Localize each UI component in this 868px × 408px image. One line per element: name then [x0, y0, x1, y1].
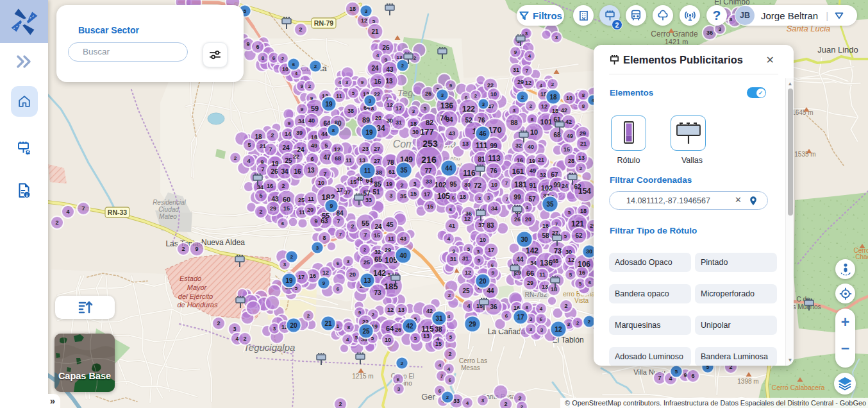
svg-text:2: 2	[281, 183, 285, 189]
svg-text:Mayor: Mayor	[187, 284, 208, 291]
svg-text:115: 115	[421, 325, 434, 334]
svg-text:5: 5	[675, 369, 678, 375]
svg-text:6: 6	[540, 316, 543, 322]
svg-text:35: 35	[546, 201, 554, 208]
svg-text:121: 121	[571, 219, 584, 228]
svg-text:21: 21	[324, 320, 332, 327]
svg-text:3: 3	[530, 316, 533, 322]
svg-text:49: 49	[567, 133, 573, 139]
svg-text:7: 7	[363, 232, 367, 238]
svg-text:101: 101	[540, 118, 552, 126]
svg-text:25: 25	[298, 197, 305, 203]
svg-text:2: 2	[588, 319, 591, 325]
svg-text:22: 22	[293, 153, 299, 160]
svg-text:de Honduras: de Honduras	[178, 301, 218, 309]
svg-text:3: 3	[316, 245, 319, 251]
svg-text:5: 5	[424, 106, 427, 112]
svg-text:20: 20	[307, 207, 313, 213]
svg-text:44: 44	[516, 256, 524, 263]
svg-text:21: 21	[260, 143, 266, 149]
svg-text:30: 30	[412, 129, 419, 135]
svg-text:11: 11	[308, 196, 314, 202]
svg-text:16: 16	[542, 223, 549, 229]
svg-text:4: 4	[338, 80, 342, 85]
svg-text:24: 24	[282, 144, 290, 151]
svg-text:2: 2	[55, 219, 58, 226]
svg-text:2: 2	[259, 208, 262, 215]
svg-text:6: 6	[505, 313, 508, 319]
svg-text:5: 5	[244, 8, 247, 14]
svg-text:4: 4	[540, 306, 543, 312]
svg-text:2: 2	[307, 313, 310, 319]
svg-text:77: 77	[424, 167, 432, 174]
svg-text:13: 13	[307, 167, 315, 174]
svg-text:7: 7	[261, 166, 264, 173]
svg-text:36: 36	[706, 30, 713, 36]
svg-text:20: 20	[525, 216, 531, 223]
svg-text:5: 5	[478, 258, 481, 264]
svg-text:3: 3	[283, 262, 287, 268]
svg-text:16: 16	[310, 273, 316, 279]
svg-text:3: 3	[233, 326, 236, 332]
svg-text:20: 20	[290, 322, 297, 329]
svg-text:15: 15	[410, 191, 417, 197]
svg-text:9: 9	[492, 270, 495, 276]
svg-text:78: 78	[387, 159, 394, 166]
svg-text:7: 7	[658, 375, 661, 381]
svg-text:19: 19	[529, 158, 535, 164]
svg-text:5: 5	[352, 90, 355, 96]
svg-text:1215 m: 1215 m	[352, 373, 373, 380]
svg-text:37: 37	[344, 189, 351, 196]
svg-text:24: 24	[297, 146, 305, 153]
svg-text:6: 6	[256, 44, 259, 50]
svg-text:9: 9	[330, 203, 333, 209]
svg-text:6: 6	[465, 95, 468, 101]
svg-text:12: 12	[555, 326, 562, 333]
svg-text:7: 7	[555, 221, 558, 227]
svg-text:7: 7	[323, 171, 326, 177]
svg-text:47: 47	[323, 154, 331, 161]
svg-text:154: 154	[578, 187, 591, 196]
svg-text:30: 30	[586, 248, 592, 255]
svg-text:136: 136	[540, 259, 553, 268]
svg-text:19: 19	[325, 101, 333, 108]
svg-text:42: 42	[426, 308, 433, 314]
svg-text:81: 81	[478, 156, 485, 163]
svg-text:3: 3	[540, 327, 544, 333]
svg-text:5: 5	[564, 234, 567, 239]
svg-text:25: 25	[462, 287, 470, 294]
svg-text:Cerro Grande: Cerro Grande	[651, 30, 698, 38]
svg-text:12: 12	[541, 103, 547, 110]
svg-text:3: 3	[413, 181, 416, 187]
svg-text:94: 94	[446, 116, 453, 123]
svg-text:82: 82	[426, 119, 433, 126]
svg-text:7: 7	[440, 373, 444, 379]
svg-text:59: 59	[311, 105, 319, 112]
svg-text:4: 4	[447, 366, 451, 372]
svg-text:Estado: Estado	[179, 275, 201, 282]
svg-text:12: 12	[464, 216, 471, 222]
svg-text:2: 2	[314, 64, 317, 69]
svg-text:Mesas: Mesas	[461, 364, 480, 371]
svg-text:9: 9	[449, 83, 453, 89]
svg-text:24: 24	[374, 223, 382, 230]
svg-text:66: 66	[526, 269, 534, 277]
svg-text:136: 136	[440, 101, 453, 110]
svg-text:4: 4	[247, 158, 250, 164]
svg-text:19: 19	[271, 160, 279, 167]
svg-text:6: 6	[491, 262, 494, 268]
svg-text:57: 57	[363, 190, 371, 197]
svg-text:18: 18	[580, 208, 587, 214]
svg-text:37: 37	[478, 222, 485, 228]
svg-text:42: 42	[406, 323, 413, 330]
svg-text:11: 11	[364, 167, 371, 174]
svg-text:8: 8	[526, 305, 529, 310]
svg-text:2: 2	[281, 56, 285, 62]
svg-text:43: 43	[386, 66, 394, 73]
svg-text:9: 9	[288, 121, 291, 126]
svg-text:21: 21	[538, 157, 544, 163]
svg-text:73: 73	[374, 289, 381, 296]
svg-text:5: 5	[247, 142, 251, 148]
svg-text:13: 13	[398, 307, 405, 313]
svg-text:4: 4	[447, 236, 451, 242]
